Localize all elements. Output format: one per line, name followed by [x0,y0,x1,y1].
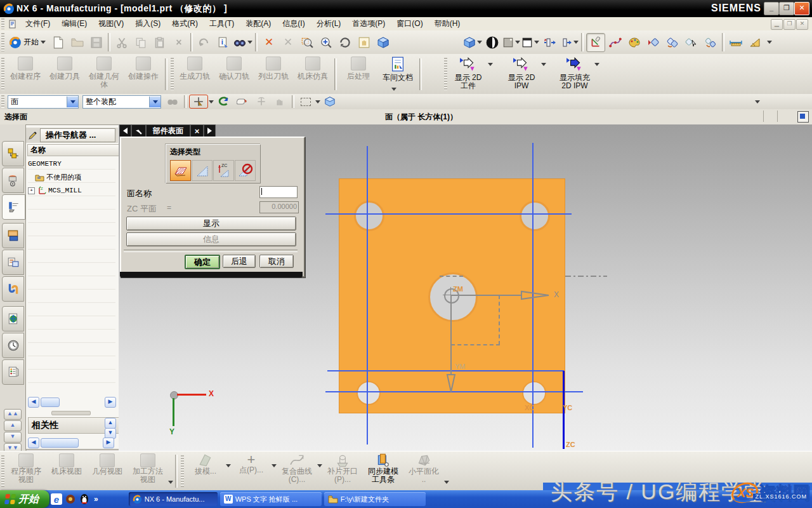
show-filled-2d-ipw-arrow-icon[interactable] [594,63,599,66]
rectangle-select-arrow-icon[interactable] [315,100,320,104]
find-component-button[interactable] [164,95,181,108]
postprocess-button[interactable]: 后处理 [339,54,378,81]
constraint-curve-button[interactable] [606,34,624,51]
composite-curve-arrow-icon[interactable] [317,464,322,467]
tab-operation-navigator[interactable] [2,194,25,220]
quicklaunch-more-chevron[interactable]: » [94,495,98,504]
task-wps[interactable]: W WPS 文字 抢鲜版 ... [220,492,322,506]
deform-object-button[interactable] [702,34,719,51]
tab-process-assistant[interactable] [2,250,24,275]
clip-section-button[interactable] [540,34,558,51]
program-order-view-button[interactable]: 程序顺序 视图 [6,451,46,484]
close-all-button[interactable]: ✕ [279,34,297,51]
save-button[interactable] [88,34,105,51]
solid-select-button[interactable] [321,95,339,109]
dialog-pointer-tab-icon[interactable] [131,124,146,137]
menu-tools[interactable]: 工具(T) [204,17,240,30]
geometry-view-button[interactable]: 几何视图 [87,451,128,476]
tab-web-browser[interactable] [2,306,24,331]
restore-button[interactable]: ❐ [779,2,794,15]
verify-toolpath-button[interactable]: 确认刀轨 [214,54,254,81]
mdi-close-button[interactable]: ✕ [796,19,808,30]
blue-horizontal-line-band[interactable] [327,370,564,371]
mcs-y-arrow-icon[interactable] [445,374,457,393]
hole-bottom-right[interactable] [522,381,546,405]
find-button[interactable] [233,34,252,51]
hole-bottom-left[interactable] [357,381,381,405]
graphics-viewport[interactable]: 部件表面 × 选择类型 ZC 面名称 ZC 平面 = 0.00000 显示 [119,124,812,451]
scroll-left-icon[interactable]: ◀ [28,397,39,408]
shaded-face-button[interactable] [233,95,251,108]
wcs-orient-button[interactable] [252,95,270,108]
dialog-title-tab[interactable]: 部件表面 [146,124,190,137]
draft-button[interactable]: 拔模... [185,451,226,476]
quicklaunch-media-icon[interactable] [65,493,76,505]
mdi-minimize-button[interactable]: ▁ [771,19,783,30]
tree-item-unused[interactable]: 不使用的项 [35,171,81,183]
open-file-button[interactable] [69,34,86,51]
tree-item-geometry[interactable]: GEOMETRY [28,158,62,170]
part-window-icon[interactable] [8,20,17,29]
close-button[interactable]: ✕ [794,2,809,15]
rectangle-select-button[interactable] [297,95,315,108]
shop-documentation-button[interactable]: 车间文档 [378,54,417,82]
menubar-grip[interactable] [1,18,4,29]
scroll-thumb[interactable] [41,398,60,407]
selection-scope-combo[interactable]: 整个装配 [82,95,161,109]
draft-arrow-icon[interactable] [226,464,231,467]
task-folder[interactable]: F:\y\新建文件夹 [324,492,426,506]
type-none-button[interactable] [235,160,256,181]
menu-window[interactable]: 窗口(O) [391,17,428,30]
show-2d-workpiece-button[interactable]: 显示 2D 工件 [449,54,488,90]
rotate-view-button[interactable] [336,34,354,51]
machining-method-view-button[interactable]: 加工方法 视图 [128,451,168,484]
navigator-column-header[interactable]: 名称 [27,144,121,156]
face-name-input[interactable] [259,186,298,198]
machine-simulation-button[interactable]: 机床仿真 [293,54,332,81]
copy-button[interactable] [132,34,150,51]
scroll-left-icon[interactable]: ◀ [28,438,39,448]
synchronous-modeling-button[interactable]: 同步建模 工具条 [363,451,403,484]
facet-body-button[interactable]: 小平面化 .. [403,451,444,484]
type-filter-arrow-icon[interactable] [67,97,78,107]
pin-pencil-icon[interactable] [28,131,37,140]
menu-analysis[interactable]: 分析(L) [311,17,347,30]
quicklaunch-qq-icon[interactable] [79,493,90,505]
fit-view-button[interactable] [374,34,392,51]
generate-toolpath-button[interactable]: 生成刀轨 [175,54,214,81]
bottom-toolbar-overflow-arrow-icon[interactable] [444,481,449,484]
resource-scroll-down-button[interactable]: ▼ [4,432,22,443]
resource-scroll-top-button[interactable]: ▲▲ [4,409,22,420]
show-2d-ipw-button[interactable]: 显示 2D IPW [502,54,541,90]
menu-file[interactable]: 文件(F) [20,17,56,30]
snap-point-arrow-icon[interactable] [209,100,214,104]
start-button[interactable]: 开始 [0,490,49,508]
blue-vertical-line-left[interactable] [367,146,368,444]
minimize-button[interactable]: _ [764,2,779,15]
background-button[interactable] [502,34,520,51]
rendering-style-button[interactable] [483,34,501,51]
copy-object-button[interactable] [664,34,681,51]
scroll-thumb[interactable] [41,438,79,448]
point-button[interactable]: +点(P)... [231,451,272,474]
type-zc-plane-button[interactable]: ZC [213,160,234,181]
csys-dynamics-button[interactable] [586,33,605,52]
tab-history[interactable] [2,333,24,358]
information-button[interactable]: i [214,34,232,51]
close-part-button[interactable]: ✕ [260,34,278,51]
create-program-button[interactable]: 创建程序 [6,54,45,81]
dependencies-hscrollbar[interactable]: ◀ ▶ [28,438,114,448]
type-filter-combo[interactable]: 面 [8,95,79,109]
quicklaunch-ie-icon[interactable]: e [51,493,62,505]
tab-palettes[interactable] [2,359,24,385]
menu-information[interactable]: 信息(I) [277,17,310,30]
hole-top-right[interactable] [520,201,550,231]
restore-view-icon[interactable] [797,111,809,123]
menu-preferences[interactable]: 首选项(P) [346,17,391,30]
resource-scroll-up-button[interactable]: ▲ [4,420,22,431]
show-filled-2d-ipw-button[interactable]: 显示填充 2D IPW [555,54,594,90]
new-file-button[interactable] [49,34,67,51]
selection-bar-overflow-arrow-icon[interactable] [755,100,760,104]
create-geometry-button[interactable]: 创建几何 体 [84,54,124,89]
layer-card-button[interactable] [521,34,539,51]
